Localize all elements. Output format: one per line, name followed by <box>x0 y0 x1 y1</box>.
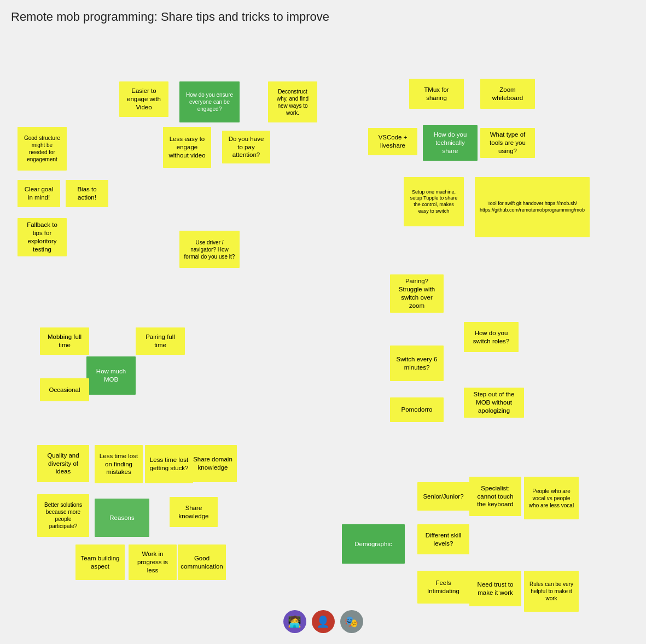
sticky-s42[interactable]: Feels Intimidating <box>417 571 469 604</box>
page-title: Remote mob programming: Share tips and t… <box>0 0 646 30</box>
sticky-s20[interactable]: Pairing full time <box>136 327 185 355</box>
sticky-s24[interactable]: Occasional <box>40 378 89 401</box>
sticky-s32[interactable]: Reasons <box>95 499 149 537</box>
sticky-s35[interactable]: Specialist: cannot touch the keyboard <box>469 477 521 516</box>
sticky-s7[interactable]: Less easy to engage without video <box>163 127 211 168</box>
avatar-2[interactable]: 👤 <box>312 610 335 633</box>
sticky-s9[interactable]: VSCode + liveshare <box>368 128 417 155</box>
sticky-s34[interactable]: Senior/Junior? <box>417 482 469 511</box>
sticky-s22[interactable]: How much MOB <box>86 356 136 395</box>
sticky-s15[interactable]: Tool for swift git handover https://mob.… <box>475 177 590 237</box>
sticky-s36[interactable]: People who are vocal vs people who are l… <box>524 477 579 519</box>
sticky-s18[interactable]: Pairing? Struggle with switch over zoom <box>390 274 444 313</box>
avatar-1[interactable]: 🧑‍💻 <box>283 610 306 633</box>
sticky-s38[interactable]: Work in progress is less <box>129 545 177 580</box>
sticky-s33[interactable]: Share knowledge <box>170 497 218 527</box>
avatar-3[interactable]: 🎭 <box>340 610 363 633</box>
sticky-s4[interactable]: TMux for sharing <box>409 79 464 109</box>
sticky-s8[interactable]: Do you have to pay attention? <box>222 131 270 163</box>
sticky-s16[interactable]: Fallback to tips for exploritory testing <box>18 218 67 256</box>
avatar-bar: 🧑‍💻 👤 🎭 <box>283 610 363 633</box>
sticky-s10[interactable]: How do you technically share <box>423 125 478 161</box>
sticky-s41[interactable]: Different skill levels? <box>417 524 469 554</box>
sticky-s39[interactable]: Good communication <box>178 545 226 580</box>
sticky-s26[interactable]: Pomodorro <box>390 397 444 422</box>
sticky-s2[interactable]: How do you ensure everyone can be engage… <box>179 81 240 122</box>
sticky-s14[interactable]: Setup one machine, setup Tupple to share… <box>404 177 464 226</box>
sticky-s17[interactable]: Use driver / navigator? How formal do yo… <box>179 231 240 268</box>
sticky-s1[interactable]: Easier to engage with Video <box>119 81 168 117</box>
sticky-s3[interactable]: Deconstruct why, and find new ways to wo… <box>268 81 317 122</box>
sticky-s11[interactable]: What type of tools are you using? <box>480 128 535 158</box>
sticky-s37[interactable]: Team building aspect <box>75 545 125 580</box>
sticky-s27[interactable]: Quality and diversity of ideas <box>37 445 89 482</box>
canvas: Easier to engage with VideoHow do you en… <box>0 30 646 642</box>
sticky-s23[interactable]: Switch every 6 minutes? <box>390 346 444 381</box>
sticky-s21[interactable]: How do you switch roles? <box>464 322 519 352</box>
sticky-s5[interactable]: Zoom whiteboard <box>480 79 535 109</box>
sticky-s30[interactable]: Share domain knowledge <box>189 445 237 482</box>
sticky-s44[interactable]: Rules can be very helpful to make it wor… <box>524 571 579 612</box>
sticky-s43[interactable]: Need trust to make it work <box>469 571 521 606</box>
sticky-s6[interactable]: Good structure might be needed for engag… <box>18 127 67 171</box>
sticky-s40[interactable]: Demographic <box>342 524 405 564</box>
sticky-s12[interactable]: Clear goal in mind! <box>18 180 60 207</box>
sticky-s25[interactable]: Step out of the MOB without apologizing <box>464 388 524 418</box>
sticky-s31[interactable]: Better solutions because more people par… <box>37 494 89 537</box>
sticky-s29[interactable]: Less time lost getting stuck? <box>145 445 193 483</box>
sticky-s19[interactable]: Mobbing full time <box>40 327 89 355</box>
sticky-s13[interactable]: Bias to action! <box>66 180 108 207</box>
sticky-s28[interactable]: Less time lost on finding mistakes <box>95 445 143 483</box>
